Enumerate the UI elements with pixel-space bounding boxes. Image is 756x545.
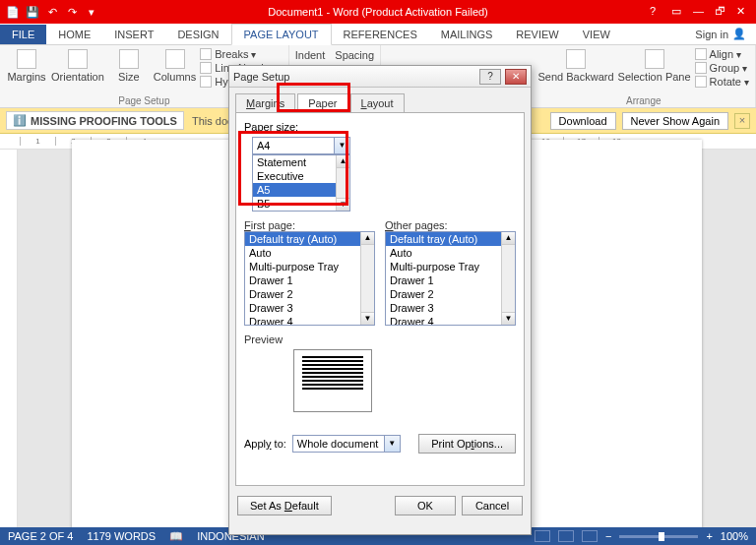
- other-d1[interactable]: Drawer 1: [386, 273, 515, 287]
- chevron-down-icon[interactable]: ▼: [334, 138, 349, 153]
- spacing-label: Spacing: [335, 49, 374, 61]
- vertical-ruler[interactable]: [0, 150, 18, 527]
- undo-icon[interactable]: ↶: [45, 5, 59, 19]
- print-options-button[interactable]: Print Options...: [418, 434, 516, 454]
- tab-file[interactable]: FILE: [0, 25, 46, 44]
- view-read-button[interactable]: [535, 530, 550, 542]
- align-icon: [695, 48, 707, 60]
- zoom-in-icon[interactable]: +: [706, 530, 712, 542]
- first-d1[interactable]: Drawer 1: [245, 273, 374, 287]
- dlg-tab-paper[interactable]: Paper: [297, 93, 347, 112]
- dialog-close-button[interactable]: ✕: [505, 69, 527, 85]
- dropdown-scrollbar[interactable]: ▲▼: [336, 155, 349, 211]
- redo-icon[interactable]: ↷: [65, 5, 79, 19]
- help-icon[interactable]: ?: [650, 5, 663, 19]
- dlg-tab-layout[interactable]: Layout: [350, 93, 405, 112]
- zoom-value[interactable]: 100%: [721, 530, 748, 542]
- first-default-tray[interactable]: Default tray (Auto): [245, 232, 374, 246]
- group-icon: [695, 62, 707, 74]
- dlg-tab-margins[interactable]: Margins: [235, 93, 295, 112]
- title-bar: 📄 💾 ↶ ↷ ▾ Document1 - Word (Product Acti…: [0, 0, 756, 24]
- other-auto[interactable]: Auto: [386, 246, 515, 260]
- never-show-button[interactable]: Never Show Again: [622, 112, 729, 130]
- dialog-tabs: Margins Paper Layout: [229, 88, 531, 112]
- selection-pane-button[interactable]: Selection Pane: [618, 47, 691, 94]
- close-icon[interactable]: ✕: [736, 5, 750, 19]
- other-d4[interactable]: Drawer 4: [386, 315, 515, 326]
- first-multi[interactable]: Multi-purpose Tray: [245, 260, 374, 273]
- margins-button[interactable]: Margins: [6, 47, 47, 94]
- other-default-tray[interactable]: Default tray (Auto): [386, 232, 515, 246]
- tab-view[interactable]: VIEW: [571, 25, 622, 44]
- tab-review[interactable]: REVIEW: [504, 25, 570, 44]
- other-scrollbar[interactable]: ▲▼: [501, 232, 515, 325]
- first-d2[interactable]: Drawer 2: [245, 287, 374, 301]
- dismiss-notice-button[interactable]: ×: [734, 113, 750, 129]
- first-d3[interactable]: Drawer 3: [245, 301, 374, 315]
- first-auto[interactable]: Auto: [245, 246, 374, 260]
- ok-button[interactable]: OK: [395, 496, 456, 515]
- paper-size-label: Paper size:: [244, 121, 516, 133]
- align-button[interactable]: Align ▾: [695, 47, 749, 61]
- columns-button[interactable]: Columns: [154, 47, 196, 94]
- other-multi[interactable]: Multi-purpose Tray: [386, 260, 515, 273]
- orientation-button[interactable]: Orientation: [51, 47, 104, 94]
- apply-to-combo[interactable]: Whole document ▼: [292, 435, 401, 453]
- ribbon-options-icon[interactable]: ▭: [671, 5, 685, 19]
- missing-proofing-badge: ℹ️MISSING PROOFING TOOLS: [6, 111, 184, 130]
- margins-icon: [17, 49, 36, 69]
- apply-to-label: Apply to:: [244, 438, 286, 450]
- zoom-out-icon[interactable]: −: [605, 530, 611, 542]
- group-button[interactable]: Group ▾: [695, 61, 749, 75]
- status-page[interactable]: PAGE 2 OF 4: [8, 530, 73, 542]
- send-backward-button[interactable]: Send Backward: [538, 47, 614, 94]
- size-button[interactable]: Size: [108, 47, 150, 94]
- preview-label: Preview: [244, 333, 516, 345]
- first-d4[interactable]: Drawer 4: [245, 315, 374, 326]
- tab-insert[interactable]: INSERT: [102, 25, 165, 44]
- set-default-button[interactable]: Set As Default: [237, 496, 332, 515]
- paper-size-combo[interactable]: A4 ▼: [252, 137, 350, 154]
- tab-design[interactable]: DESIGN: [165, 25, 230, 44]
- rotate-icon: [695, 76, 707, 88]
- save-icon[interactable]: 💾: [26, 5, 39, 19]
- breaks-icon: [200, 48, 212, 60]
- tab-home[interactable]: HOME: [46, 25, 102, 44]
- orientation-icon: [68, 49, 88, 69]
- chevron-down-icon[interactable]: ▼: [384, 436, 400, 452]
- cancel-button[interactable]: Cancel: [462, 496, 523, 515]
- opt-a4[interactable]: A4: [253, 211, 349, 212]
- tab-mailings[interactable]: MAILINGS: [429, 25, 505, 44]
- dialog-footer: Set As Default OK Cancel: [229, 492, 531, 519]
- other-d2[interactable]: Drawer 2: [386, 287, 515, 301]
- minimize-icon[interactable]: —: [693, 5, 707, 19]
- paper-size-dropdown[interactable]: Statement Executive A5 B5 A4 ▲▼: [252, 154, 350, 212]
- indent-label: Indent: [295, 49, 326, 61]
- quick-access-toolbar: 📄 💾 ↶ ↷ ▾: [0, 5, 104, 19]
- window-controls: ? ▭ — 🗗 ✕: [644, 5, 756, 19]
- restore-icon[interactable]: 🗗: [715, 5, 728, 19]
- rotate-button[interactable]: Rotate ▾: [695, 75, 749, 89]
- info-icon: ℹ️: [13, 114, 27, 127]
- dialog-title-bar[interactable]: Page Setup ? ✕: [229, 66, 531, 88]
- first-scrollbar[interactable]: ▲▼: [360, 232, 374, 325]
- view-print-button[interactable]: [558, 530, 574, 542]
- status-proof-icon[interactable]: 📖: [169, 530, 183, 543]
- line-numbers-icon: [200, 62, 212, 74]
- zoom-slider[interactable]: [619, 535, 698, 538]
- breaks-button[interactable]: Breaks ▾: [200, 47, 282, 61]
- status-words[interactable]: 1179 WORDS: [87, 530, 156, 542]
- qat-custom-icon[interactable]: ▾: [85, 5, 98, 19]
- sign-in-link[interactable]: Sign in👤: [685, 24, 756, 44]
- preview-box: [293, 349, 372, 412]
- first-page-tray-list[interactable]: Default tray (Auto) Auto Multi-purpose T…: [244, 231, 375, 326]
- user-icon: 👤: [732, 28, 746, 40]
- other-pages-tray-list[interactable]: Default tray (Auto) Auto Multi-purpose T…: [385, 231, 516, 326]
- download-button[interactable]: Download: [550, 112, 616, 130]
- tab-references[interactable]: REFERENCES: [332, 25, 429, 44]
- dialog-help-button[interactable]: ?: [479, 69, 501, 85]
- tab-page-layout[interactable]: PAGE LAYOUT: [231, 24, 332, 45]
- other-d3[interactable]: Drawer 3: [386, 301, 515, 315]
- view-web-button[interactable]: [582, 530, 598, 542]
- columns-icon: [165, 49, 185, 69]
